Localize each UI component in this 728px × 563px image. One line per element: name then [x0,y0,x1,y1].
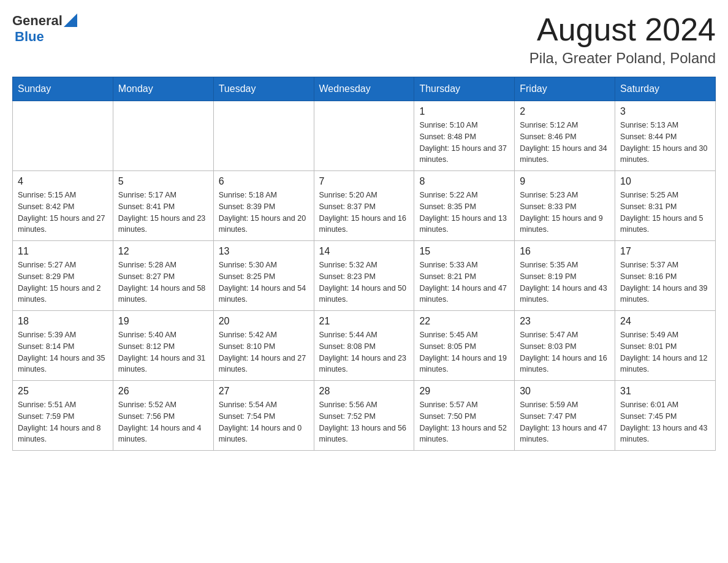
header-cell-sunday: Sunday [13,77,113,101]
day-info: Sunrise: 5:20 AMSunset: 8:37 PMDaylight:… [319,190,409,236]
day-cell: 22Sunrise: 5:45 AMSunset: 8:05 PMDayligh… [414,311,515,381]
day-number: 23 [520,316,610,327]
logo-blue: Blue [15,29,77,44]
title-block: August 2024 Pila, Greater Poland, Poland [529,12,716,67]
week-row-3: 11Sunrise: 5:27 AMSunset: 8:29 PMDayligh… [13,241,716,311]
week-row-5: 25Sunrise: 5:51 AMSunset: 7:59 PMDayligh… [13,381,716,451]
day-number: 21 [319,316,409,327]
day-cell: 31Sunrise: 6:01 AMSunset: 7:45 PMDayligh… [615,381,716,451]
day-cell: 1Sunrise: 5:10 AMSunset: 8:48 PMDaylight… [414,101,515,171]
day-info: Sunrise: 5:25 AMSunset: 8:31 PMDaylight:… [620,190,710,236]
day-cell: 8Sunrise: 5:22 AMSunset: 8:35 PMDaylight… [414,171,515,241]
day-number: 15 [419,246,509,257]
location-title: Pila, Greater Poland, Poland [529,50,716,67]
day-cell: 30Sunrise: 5:59 AMSunset: 7:47 PMDayligh… [515,381,615,451]
week-row-2: 4Sunrise: 5:15 AMSunset: 8:42 PMDaylight… [13,171,716,241]
month-title: August 2024 [529,12,716,47]
day-info: Sunrise: 5:49 AMSunset: 8:01 PMDaylight:… [620,329,710,375]
day-info: Sunrise: 5:35 AMSunset: 8:19 PMDaylight:… [520,259,610,305]
day-number: 28 [319,386,409,397]
day-number: 4 [18,176,108,187]
header-cell-friday: Friday [515,77,615,101]
day-cell: 29Sunrise: 5:57 AMSunset: 7:50 PMDayligh… [414,381,515,451]
day-cell: 17Sunrise: 5:37 AMSunset: 8:16 PMDayligh… [615,241,716,311]
logo: General Blue [12,12,77,44]
day-number: 6 [219,176,309,187]
day-cell [113,101,213,171]
day-cell: 20Sunrise: 5:42 AMSunset: 8:10 PMDayligh… [213,311,314,381]
day-info: Sunrise: 5:52 AMSunset: 7:56 PMDaylight:… [118,399,208,445]
logo-general: General [12,13,63,28]
day-number: 8 [419,176,509,187]
day-info: Sunrise: 5:17 AMSunset: 8:41 PMDaylight:… [118,190,208,236]
day-number: 27 [219,386,309,397]
day-cell: 15Sunrise: 5:33 AMSunset: 8:21 PMDayligh… [414,241,515,311]
svg-marker-0 [64,13,77,27]
logo-triangle-icon [64,13,77,27]
day-cell: 12Sunrise: 5:28 AMSunset: 8:27 PMDayligh… [113,241,213,311]
day-info: Sunrise: 5:18 AMSunset: 8:39 PMDaylight:… [219,190,309,236]
day-number: 7 [319,176,409,187]
day-number: 2 [520,106,610,117]
day-cell: 9Sunrise: 5:23 AMSunset: 8:33 PMDaylight… [515,171,615,241]
day-info: Sunrise: 5:39 AMSunset: 8:14 PMDaylight:… [18,329,108,375]
day-info: Sunrise: 5:47 AMSunset: 8:03 PMDaylight:… [520,329,610,375]
day-info: Sunrise: 5:22 AMSunset: 8:35 PMDaylight:… [419,190,509,236]
day-cell: 7Sunrise: 5:20 AMSunset: 8:37 PMDaylight… [314,171,414,241]
page-header: General Blue August 2024 Pila, Greater P… [12,12,716,67]
day-info: Sunrise: 5:27 AMSunset: 8:29 PMDaylight:… [18,259,108,305]
day-number: 5 [118,176,208,187]
day-number: 18 [18,316,108,327]
day-info: Sunrise: 5:15 AMSunset: 8:42 PMDaylight:… [18,190,108,236]
day-number: 9 [520,176,610,187]
header-row: SundayMondayTuesdayWednesdayThursdayFrid… [13,77,716,101]
day-info: Sunrise: 5:44 AMSunset: 8:08 PMDaylight:… [319,329,409,375]
day-cell: 25Sunrise: 5:51 AMSunset: 7:59 PMDayligh… [13,381,113,451]
day-info: Sunrise: 5:32 AMSunset: 8:23 PMDaylight:… [319,259,409,305]
day-cell: 6Sunrise: 5:18 AMSunset: 8:39 PMDaylight… [213,171,314,241]
day-info: Sunrise: 5:30 AMSunset: 8:25 PMDaylight:… [219,259,309,305]
day-cell: 14Sunrise: 5:32 AMSunset: 8:23 PMDayligh… [314,241,414,311]
day-info: Sunrise: 5:12 AMSunset: 8:46 PMDaylight:… [520,120,610,166]
day-cell [314,101,414,171]
day-info: Sunrise: 5:10 AMSunset: 8:48 PMDaylight:… [419,120,509,166]
day-info: Sunrise: 5:42 AMSunset: 8:10 PMDaylight:… [219,329,309,375]
day-number: 31 [620,386,710,397]
day-cell: 28Sunrise: 5:56 AMSunset: 7:52 PMDayligh… [314,381,414,451]
day-number: 16 [520,246,610,257]
header-cell-monday: Monday [113,77,213,101]
day-cell: 2Sunrise: 5:12 AMSunset: 8:46 PMDaylight… [515,101,615,171]
day-info: Sunrise: 5:51 AMSunset: 7:59 PMDaylight:… [18,399,108,445]
day-info: Sunrise: 5:33 AMSunset: 8:21 PMDaylight:… [419,259,509,305]
day-info: Sunrise: 5:54 AMSunset: 7:54 PMDaylight:… [219,399,309,445]
day-number: 3 [620,106,710,117]
calendar-table: SundayMondayTuesdayWednesdayThursdayFrid… [12,77,716,451]
day-cell [13,101,113,171]
day-number: 30 [520,386,610,397]
day-info: Sunrise: 5:13 AMSunset: 8:44 PMDaylight:… [620,120,710,166]
day-info: Sunrise: 5:37 AMSunset: 8:16 PMDaylight:… [620,259,710,305]
day-number: 12 [118,246,208,257]
day-cell: 24Sunrise: 5:49 AMSunset: 8:01 PMDayligh… [615,311,716,381]
day-cell: 27Sunrise: 5:54 AMSunset: 7:54 PMDayligh… [213,381,314,451]
day-cell: 19Sunrise: 5:40 AMSunset: 8:12 PMDayligh… [113,311,213,381]
day-cell: 26Sunrise: 5:52 AMSunset: 7:56 PMDayligh… [113,381,213,451]
day-info: Sunrise: 5:56 AMSunset: 7:52 PMDaylight:… [319,399,409,445]
day-info: Sunrise: 5:40 AMSunset: 8:12 PMDaylight:… [118,329,208,375]
day-number: 22 [419,316,509,327]
day-number: 19 [118,316,208,327]
day-cell: 16Sunrise: 5:35 AMSunset: 8:19 PMDayligh… [515,241,615,311]
day-number: 14 [319,246,409,257]
day-number: 10 [620,176,710,187]
day-number: 24 [620,316,710,327]
day-cell: 21Sunrise: 5:44 AMSunset: 8:08 PMDayligh… [314,311,414,381]
day-cell: 10Sunrise: 5:25 AMSunset: 8:31 PMDayligh… [615,171,716,241]
day-number: 20 [219,316,309,327]
day-cell: 13Sunrise: 5:30 AMSunset: 8:25 PMDayligh… [213,241,314,311]
header-cell-wednesday: Wednesday [314,77,414,101]
day-info: Sunrise: 5:28 AMSunset: 8:27 PMDaylight:… [118,259,208,305]
day-info: Sunrise: 6:01 AMSunset: 7:45 PMDaylight:… [620,399,710,445]
day-cell [213,101,314,171]
header-cell-thursday: Thursday [414,77,515,101]
day-number: 1 [419,106,509,117]
